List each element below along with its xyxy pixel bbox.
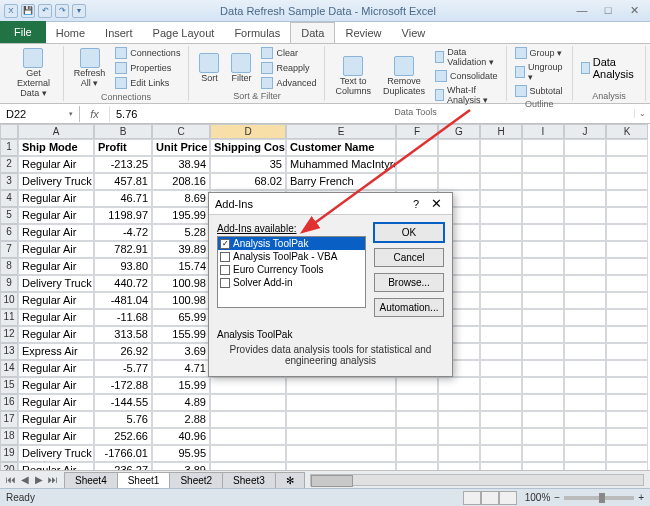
cell[interactable]: 2.88	[152, 411, 210, 428]
cell[interactable]	[606, 292, 648, 309]
cell[interactable]: Express Air	[18, 343, 94, 360]
cell[interactable]	[438, 445, 480, 462]
cell[interactable]	[606, 326, 648, 343]
cell[interactable]: 8.69	[152, 190, 210, 207]
subtotal-button[interactable]: Subtotal	[513, 84, 567, 98]
sheet-tab[interactable]: Sheet1	[117, 472, 171, 488]
first-sheet-button[interactable]: ⏮	[4, 474, 18, 485]
column-header[interactable]: G	[438, 124, 480, 139]
cell[interactable]	[480, 190, 522, 207]
last-sheet-button[interactable]: ⏭	[46, 474, 60, 485]
cell[interactable]	[480, 343, 522, 360]
undo-icon[interactable]: ↶	[38, 4, 52, 18]
cell[interactable]	[606, 343, 648, 360]
properties-button[interactable]: Properties	[113, 61, 182, 75]
checkbox-icon[interactable]	[220, 265, 230, 275]
cell[interactable]	[564, 207, 606, 224]
cell[interactable]: -5.77	[94, 360, 152, 377]
row-header[interactable]: 15	[0, 377, 18, 394]
connections-button[interactable]: Connections	[113, 46, 182, 60]
cell[interactable]: Regular Air	[18, 258, 94, 275]
column-header[interactable]: C	[152, 124, 210, 139]
cell[interactable]	[564, 411, 606, 428]
cell[interactable]	[480, 292, 522, 309]
cell[interactable]: Delivery Truck	[18, 445, 94, 462]
cell[interactable]	[286, 445, 396, 462]
cell[interactable]	[564, 275, 606, 292]
cell[interactable]: 252.66	[94, 428, 152, 445]
cell[interactable]	[396, 377, 438, 394]
cell[interactable]	[522, 173, 564, 190]
cell[interactable]	[396, 445, 438, 462]
cell[interactable]: 4.89	[152, 394, 210, 411]
cell[interactable]	[564, 139, 606, 156]
cell[interactable]	[606, 309, 648, 326]
cell[interactable]: -4.72	[94, 224, 152, 241]
addin-item[interactable]: Solver Add-in	[218, 276, 365, 289]
row-header[interactable]: 7	[0, 241, 18, 258]
row-header[interactable]: 16	[0, 394, 18, 411]
cell[interactable]: Regular Air	[18, 224, 94, 241]
cell[interactable]	[438, 173, 480, 190]
cell[interactable]: Barry French	[286, 173, 396, 190]
group-button[interactable]: Group ▾	[513, 46, 567, 60]
cell[interactable]: 39.89	[152, 241, 210, 258]
cell[interactable]	[606, 190, 648, 207]
cell[interactable]	[522, 258, 564, 275]
cell[interactable]	[396, 156, 438, 173]
row-header[interactable]: 3	[0, 173, 18, 190]
cell[interactable]: Regular Air	[18, 360, 94, 377]
table-header-cell[interactable]: Shipping Cost	[210, 139, 286, 156]
cell[interactable]: 26.92	[94, 343, 152, 360]
row-header[interactable]: 19	[0, 445, 18, 462]
row-header[interactable]: 18	[0, 428, 18, 445]
cell[interactable]	[522, 292, 564, 309]
cell[interactable]	[480, 139, 522, 156]
cell[interactable]: 1198.97	[94, 207, 152, 224]
next-sheet-button[interactable]: ▶	[32, 474, 46, 485]
cell[interactable]: 100.98	[152, 275, 210, 292]
normal-view-button[interactable]	[463, 491, 481, 505]
cell[interactable]	[522, 377, 564, 394]
cell[interactable]: 38.94	[152, 156, 210, 173]
cell[interactable]	[286, 411, 396, 428]
cell[interactable]: 208.16	[152, 173, 210, 190]
remove-duplicates-button[interactable]: Remove Duplicates	[379, 54, 429, 99]
tab-formulas[interactable]: Formulas	[224, 23, 290, 43]
cell[interactable]	[522, 411, 564, 428]
cell[interactable]	[480, 326, 522, 343]
cell[interactable]	[480, 156, 522, 173]
cell[interactable]: 35	[210, 156, 286, 173]
cell[interactable]: 313.58	[94, 326, 152, 343]
cell[interactable]: -144.55	[94, 394, 152, 411]
cell[interactable]: 68.02	[210, 173, 286, 190]
tab-data[interactable]: Data	[290, 22, 335, 43]
cell[interactable]	[606, 394, 648, 411]
cell[interactable]	[564, 377, 606, 394]
cell[interactable]	[564, 156, 606, 173]
cell[interactable]	[480, 360, 522, 377]
cell[interactable]	[480, 445, 522, 462]
cell[interactable]: Regular Air	[18, 190, 94, 207]
cell[interactable]: Delivery Truck	[18, 275, 94, 292]
row-header[interactable]: 11	[0, 309, 18, 326]
cell[interactable]	[396, 173, 438, 190]
page-layout-view-button[interactable]	[481, 491, 499, 505]
maximize-button[interactable]: □	[596, 4, 620, 18]
ok-button[interactable]: OK	[374, 223, 444, 242]
get-external-data-button[interactable]: Get External Data ▾	[10, 46, 57, 101]
zoom-level[interactable]: 100%	[525, 492, 551, 503]
cell[interactable]	[606, 241, 648, 258]
excel-icon[interactable]: X	[4, 4, 18, 18]
sort-button[interactable]: Sort	[195, 51, 223, 86]
cell[interactable]	[438, 428, 480, 445]
cell[interactable]	[564, 445, 606, 462]
cell[interactable]	[522, 326, 564, 343]
cell[interactable]	[522, 156, 564, 173]
cell[interactable]: -172.88	[94, 377, 152, 394]
tab-review[interactable]: Review	[335, 23, 391, 43]
consolidate-button[interactable]: Consolidate	[433, 69, 500, 83]
cell[interactable]	[606, 207, 648, 224]
qat-customize-icon[interactable]: ▾	[72, 4, 86, 18]
cell[interactable]	[480, 411, 522, 428]
